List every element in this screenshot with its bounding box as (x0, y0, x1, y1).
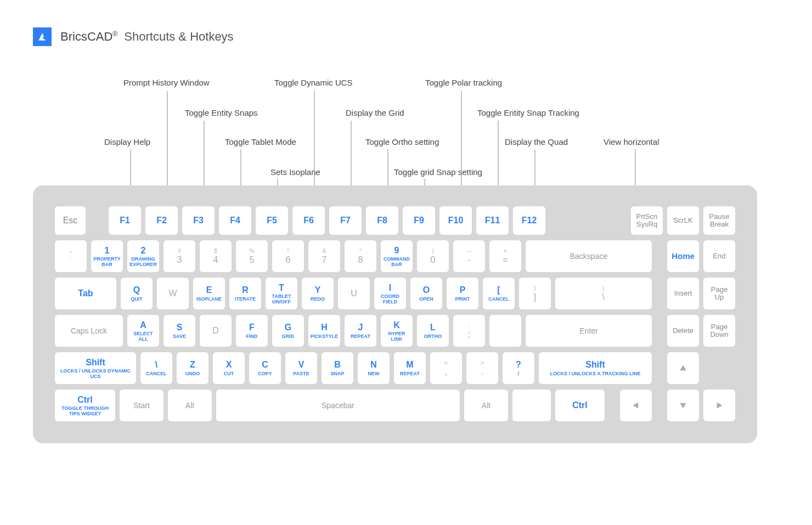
key-tab[interactable]: Tab (55, 278, 116, 309)
key-f2[interactable]: F2 (145, 206, 178, 235)
key-backspace[interactable]: Backspace (526, 240, 652, 272)
key-arrow-right[interactable] (703, 389, 735, 421)
key-f10[interactable]: F10 (439, 206, 472, 235)
key-g[interactable]: GGRID (272, 315, 304, 347)
gap (656, 240, 663, 272)
key-semicolon[interactable]: :; (453, 315, 485, 347)
key-a[interactable]: ASELECT ALL (127, 315, 159, 347)
key-enter[interactable]: Enter (526, 315, 652, 347)
key-quote[interactable] (489, 315, 521, 347)
key-end[interactable]: End (703, 240, 735, 272)
key-rctrl[interactable]: Ctrl (555, 389, 605, 421)
key-8[interactable]: *8 (345, 240, 376, 272)
title-text: BricsCAD® Shortcuts & Hotkeys (60, 30, 234, 44)
key-e[interactable]: EISOPLANE (193, 278, 225, 309)
callout-f7: Display the Grid (346, 108, 404, 117)
key-insert[interactable]: Insert (667, 278, 699, 309)
key-f12[interactable]: F12 (513, 206, 545, 235)
key-minus[interactable]: —- (453, 240, 485, 272)
key-y[interactable]: YREDO (302, 278, 334, 309)
key-period[interactable]: >. (466, 352, 498, 384)
key-3[interactable]: #3 (163, 240, 195, 272)
key-menu[interactable] (512, 389, 551, 421)
key-c[interactable]: CCOPY (249, 352, 281, 384)
key-f9[interactable]: F9 (403, 206, 435, 235)
keyboard: Esc F1 F2 F3 F4 F5 F6 F7 F8 F9 F10 F11 F… (33, 185, 757, 443)
key-lalt[interactable]: Alt (168, 389, 212, 421)
key-pagedown[interactable]: PageDown (703, 315, 735, 347)
key-capslock[interactable]: Caps Lock (55, 315, 123, 347)
key-h[interactable]: HPICKSTYLE (308, 315, 340, 347)
key-f5[interactable]: F5 (256, 206, 288, 235)
key-pageup[interactable]: PageUp (703, 278, 735, 309)
key-slash[interactable]: ?/ (503, 352, 534, 384)
key-q[interactable]: QQUIT (121, 278, 153, 309)
key-start[interactable]: Start (120, 389, 163, 421)
key-v[interactable]: VPASTE (285, 352, 317, 384)
key-m[interactable]: MREPEAT (394, 352, 426, 384)
key-f4[interactable]: F4 (219, 206, 251, 235)
key-f1[interactable]: F1 (109, 206, 141, 235)
arrow-left-icon (632, 402, 640, 409)
key-r[interactable]: RITERATE (229, 278, 261, 309)
key-o[interactable]: OOPEN (410, 278, 442, 309)
arrow-down-icon (679, 402, 687, 409)
key-arrow-left[interactable] (620, 389, 652, 421)
key-f[interactable]: FFIND (236, 315, 268, 347)
key-ralt[interactable]: Alt (464, 389, 508, 421)
gap (656, 352, 663, 384)
page-header: BricsCAD® Shortcuts & Hotkeys (33, 27, 234, 46)
key-prtscn[interactable]: PrtScnSysRq (631, 206, 663, 235)
callout-f12: Display the Quad (505, 137, 568, 146)
key-4[interactable]: $4 (200, 240, 232, 272)
key-i[interactable]: ICOORD FIELD (374, 278, 406, 309)
key-scrlk[interactable]: ScrLK (667, 206, 699, 235)
key-l[interactable]: LORTHO (417, 315, 449, 347)
key-rshift[interactable]: ShiftLOCKS / UNLOCKS A TRACKING LINE (539, 352, 652, 384)
registered-mark: ® (112, 30, 117, 38)
key-z[interactable]: ZUNDO (177, 352, 208, 384)
key-arrow-up[interactable] (667, 352, 699, 384)
key-backslash[interactable]: \CANCEL (140, 352, 172, 384)
key-comma[interactable]: <, (430, 352, 462, 384)
key-w[interactable]: W (157, 278, 189, 309)
key-b[interactable]: BSNAP (322, 352, 353, 384)
key-spacebar[interactable]: Spacebar (216, 389, 460, 421)
key-5[interactable]: %5 (236, 240, 268, 272)
key-esc[interactable]: Esc (55, 206, 86, 235)
key-7[interactable]: &7 (308, 240, 340, 272)
callout-f4: Toggle Tablet Mode (225, 137, 296, 146)
row-home: Caps Lock ASELECT ALL SSAVE D FFIND GGRI… (55, 315, 735, 347)
key-1[interactable]: 1PROPERTY BAR (91, 240, 123, 272)
brand-name: BricsCAD (60, 30, 112, 43)
key-f8[interactable]: F8 (366, 206, 398, 235)
key-home[interactable]: Home (667, 240, 699, 272)
key-6[interactable]: ^6 (272, 240, 304, 272)
key-9[interactable]: 9COMMAND BAR (381, 240, 413, 272)
key-rbracket[interactable]: }] (519, 278, 551, 309)
key-x[interactable]: XCUT (213, 352, 245, 384)
key-d[interactable]: D (200, 315, 232, 347)
key-f3[interactable]: F3 (182, 206, 215, 235)
key-equal[interactable]: += (489, 240, 521, 272)
key-s[interactable]: SSAVE (163, 315, 195, 347)
key-arrow-down[interactable] (667, 389, 699, 421)
key-p[interactable]: PPRINT (447, 278, 478, 309)
key-j[interactable]: JREPEAT (345, 315, 376, 347)
key-k[interactable]: KHYPER LINK (381, 315, 413, 347)
key-t[interactable]: TTABLET ON/OFF (266, 278, 297, 309)
key-tilde[interactable]: ~` (55, 240, 87, 272)
key-u[interactable]: U (338, 278, 370, 309)
key-pause[interactable]: PauseBreak (703, 206, 735, 235)
key-f11[interactable]: F11 (476, 206, 509, 235)
key-f6[interactable]: F6 (292, 206, 325, 235)
key-f7[interactable]: F7 (329, 206, 362, 235)
key-backslash-top[interactable]: |\ (555, 278, 652, 309)
key-n[interactable]: NNEW (358, 352, 390, 384)
key-lbracket[interactable]: [CANCEL (483, 278, 515, 309)
key-delete[interactable]: Delete (667, 315, 699, 347)
key-lctrl[interactable]: CtrlTOGGLE THROUGH TIPS WIDGET (55, 389, 115, 421)
key-lshift[interactable]: ShiftLOCKS / UNLOCKS DYNAMIC UCS (55, 352, 136, 384)
key-2[interactable]: 2DRAWING EXPLORER (127, 240, 159, 272)
key-0[interactable]: )0 (417, 240, 449, 272)
